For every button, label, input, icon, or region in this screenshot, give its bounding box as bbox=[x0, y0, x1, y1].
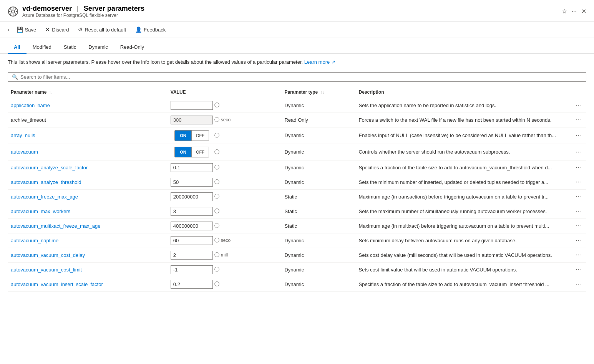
reset-button[interactable]: ↺ Reset all to default bbox=[74, 25, 130, 35]
row-more-button[interactable]: ··· bbox=[574, 148, 583, 156]
feedback-button[interactable]: 👤 Feedback bbox=[131, 25, 169, 35]
toggle-switch[interactable]: ONOFF bbox=[174, 147, 209, 157]
info-icon[interactable]: ⓘ bbox=[214, 132, 219, 139]
col-header-more bbox=[571, 86, 586, 98]
table-row: autovacuum_analyze_scale_factorⓘDynamicS… bbox=[8, 160, 586, 175]
param-name-link[interactable]: autovacuum_analyze_scale_factor bbox=[11, 165, 88, 170]
row-more-button[interactable]: ··· bbox=[574, 265, 583, 274]
row-more-button[interactable]: ··· bbox=[574, 116, 583, 124]
tab-modified[interactable]: Modified bbox=[27, 41, 58, 54]
param-name-link[interactable]: autovacuum_max_workers bbox=[11, 208, 70, 214]
info-icon[interactable]: ⓘ bbox=[214, 266, 219, 273]
row-more-button[interactable]: ··· bbox=[574, 207, 583, 215]
param-name-link[interactable]: autovacuum_multixact_freeze_max_age bbox=[11, 223, 100, 229]
info-icon[interactable]: ⓘ bbox=[214, 281, 219, 288]
param-name-text: archive_timeout bbox=[11, 117, 46, 123]
value-input[interactable] bbox=[171, 236, 213, 245]
param-type: Static bbox=[281, 218, 355, 233]
value-input[interactable] bbox=[171, 101, 213, 110]
row-more-button[interactable]: ··· bbox=[574, 178, 583, 186]
discard-button[interactable]: ✕ Discard bbox=[41, 25, 73, 35]
value-input[interactable] bbox=[171, 163, 213, 172]
favorite-icon[interactable]: ☆ bbox=[562, 8, 567, 15]
info-icon[interactable]: ⓘ bbox=[214, 193, 219, 200]
param-type: Read Only bbox=[281, 113, 355, 127]
param-name-link[interactable]: autovacuum_vacuum_cost_limit bbox=[11, 267, 82, 273]
table-row: application_nameⓘDynamicSets the applica… bbox=[8, 98, 586, 113]
sort-type-icon[interactable]: ↑↓ bbox=[320, 90, 324, 94]
row-more-button[interactable]: ··· bbox=[574, 163, 583, 172]
row-more-button[interactable]: ··· bbox=[574, 251, 583, 259]
info-icon[interactable]: ⓘ bbox=[214, 116, 219, 123]
row-more-button[interactable]: ··· bbox=[574, 222, 583, 230]
value-cell: ⓘ bbox=[171, 280, 279, 289]
toggle-on: ON bbox=[175, 131, 192, 141]
param-description: Sets the maximum number of simultaneousl… bbox=[358, 208, 547, 214]
info-icon[interactable]: ⓘ bbox=[214, 179, 219, 185]
param-name-link[interactable]: autovacuum_vacuum_insert_scale_factor bbox=[11, 281, 103, 287]
description-row: This list shows all server parameters. P… bbox=[0, 54, 594, 69]
table-row: autovacuum_naptimeⓘsecoDynamicSets minim… bbox=[8, 233, 586, 248]
search-input[interactable] bbox=[20, 74, 582, 80]
param-name-link[interactable]: autovacuum bbox=[11, 149, 38, 155]
info-icon[interactable]: ⓘ bbox=[214, 164, 219, 171]
tab-static[interactable]: Static bbox=[58, 41, 83, 54]
param-name-link[interactable]: array_nulls bbox=[11, 132, 35, 138]
param-description: Maximum age (in multixact) before trigge… bbox=[358, 223, 549, 229]
param-name-link[interactable]: application_name bbox=[11, 103, 50, 108]
param-description: Sets the application name to be reported… bbox=[358, 103, 496, 108]
value-input[interactable] bbox=[171, 178, 213, 187]
title-actions: ☆ ··· ✕ bbox=[562, 8, 586, 15]
row-more-button[interactable]: ··· bbox=[574, 280, 583, 288]
value-input[interactable] bbox=[171, 251, 213, 260]
value-input[interactable] bbox=[171, 265, 213, 274]
col-header-value: VALUE bbox=[168, 86, 282, 98]
param-type: Dynamic bbox=[281, 262, 355, 277]
sort-name-icon[interactable]: ↑↓ bbox=[49, 90, 53, 94]
tabs-container: All Modified Static Dynamic Read-Only bbox=[0, 41, 594, 54]
param-name-link[interactable]: autovacuum_naptime bbox=[11, 238, 58, 243]
more-options-icon[interactable]: ··· bbox=[572, 8, 577, 15]
param-description: Forces a switch to the next WAL file if … bbox=[358, 117, 551, 123]
param-name-link[interactable]: autovacuum_analyze_threshold bbox=[11, 179, 81, 185]
value-input[interactable] bbox=[171, 207, 213, 216]
feedback-icon: 👤 bbox=[135, 26, 142, 33]
info-icon[interactable]: ⓘ bbox=[214, 237, 219, 244]
info-icon[interactable]: ⓘ bbox=[214, 222, 219, 229]
unit-text: seco bbox=[221, 238, 231, 243]
param-name-link[interactable]: autovacuum_freeze_max_age bbox=[11, 194, 78, 200]
row-more-button[interactable]: ··· bbox=[574, 101, 583, 109]
tab-all[interactable]: All bbox=[8, 41, 27, 54]
row-more-button[interactable]: ··· bbox=[574, 131, 583, 140]
table-row: autovacuum_analyze_thresholdⓘDynamicSets… bbox=[8, 175, 586, 189]
param-description: Sets minimum delay between autovacuum ru… bbox=[358, 238, 516, 243]
save-button[interactable]: 💾 Save bbox=[13, 25, 40, 35]
info-icon[interactable]: ⓘ bbox=[214, 102, 219, 109]
param-name-link[interactable]: autovacuum_vacuum_cost_delay bbox=[11, 252, 85, 258]
back-arrow-icon[interactable]: › bbox=[8, 26, 10, 33]
tab-readonly[interactable]: Read-Only bbox=[114, 41, 150, 54]
row-more-button[interactable]: ··· bbox=[574, 236, 583, 245]
value-cell: ONOFFⓘ bbox=[171, 147, 279, 157]
value-input[interactable] bbox=[171, 192, 213, 201]
param-type: Dynamic bbox=[281, 127, 355, 144]
description-text: This list shows all server parameters. P… bbox=[8, 59, 303, 65]
value-input[interactable] bbox=[171, 280, 213, 289]
param-description: Specifies a fraction of the table size t… bbox=[358, 281, 549, 287]
unit-text: mill bbox=[221, 252, 228, 258]
learn-more-link[interactable]: Learn more ↗ bbox=[304, 59, 335, 65]
value-cell: ⓘseco bbox=[171, 236, 279, 245]
close-icon[interactable]: ✕ bbox=[581, 8, 586, 15]
value-cell: ⓘmill bbox=[171, 251, 279, 260]
info-icon[interactable]: ⓘ bbox=[214, 208, 219, 215]
info-icon[interactable]: ⓘ bbox=[214, 149, 219, 156]
info-icon[interactable]: ⓘ bbox=[214, 251, 219, 258]
value-input[interactable] bbox=[171, 222, 213, 230]
search-row: 🔍 bbox=[0, 69, 594, 86]
tab-dynamic[interactable]: Dynamic bbox=[82, 41, 114, 54]
table-row: autovacuumONOFFⓘDynamicControls whether … bbox=[8, 144, 586, 160]
gear-icon bbox=[8, 6, 18, 17]
row-more-button[interactable]: ··· bbox=[574, 192, 583, 201]
col-header-type: Parameter type ↑↓ bbox=[281, 86, 355, 98]
toggle-switch[interactable]: ONOFF bbox=[174, 130, 209, 141]
